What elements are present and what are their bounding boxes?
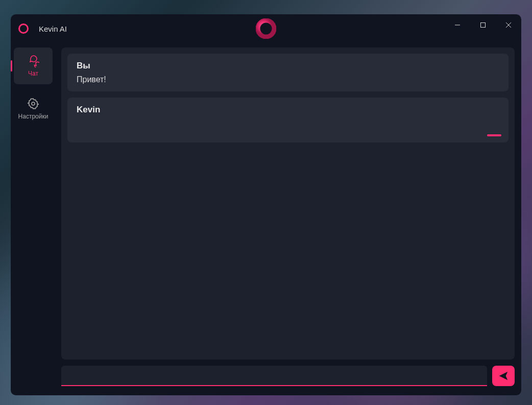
app-ring-icon — [18, 23, 29, 34]
send-icon — [498, 370, 509, 382]
minimize-button[interactable] — [445, 14, 470, 36]
message-user: Вы Привет! — [67, 54, 509, 91]
send-button[interactable] — [492, 366, 515, 386]
sidebar: Чат Настройки — [11, 43, 55, 395]
center-logo-icon — [256, 18, 276, 39]
maximize-button[interactable] — [470, 14, 496, 36]
app-title: Kevin AI — [39, 25, 67, 33]
window-controls — [445, 14, 521, 36]
message-sender: Kevin — [77, 105, 499, 115]
svg-rect-2 — [481, 23, 486, 28]
gear-icon — [27, 98, 39, 110]
sidebar-item-settings[interactable]: Настройки — [14, 90, 53, 127]
close-button[interactable] — [496, 14, 521, 36]
chat-icon — [27, 55, 39, 67]
messages-area[interactable]: Вы Привет! Kevin — [61, 47, 515, 360]
svg-point-5 — [32, 102, 35, 105]
message-text: Привет! — [77, 75, 499, 84]
message-assistant: Kevin — [67, 98, 509, 142]
loading-indicator-icon — [487, 134, 501, 136]
app-window: Kevin AI — [11, 14, 521, 395]
main-content: Вы Привет! Kevin — [55, 43, 521, 395]
input-row — [61, 366, 515, 386]
chat-input[interactable] — [61, 366, 487, 386]
sidebar-item-chat[interactable]: Чат — [14, 47, 53, 84]
titlebar[interactable]: Kevin AI — [11, 14, 521, 43]
svg-point-0 — [258, 20, 274, 37]
sidebar-item-label: Чат — [28, 70, 38, 77]
message-sender: Вы — [77, 61, 499, 71]
sidebar-item-label: Настройки — [18, 113, 49, 120]
